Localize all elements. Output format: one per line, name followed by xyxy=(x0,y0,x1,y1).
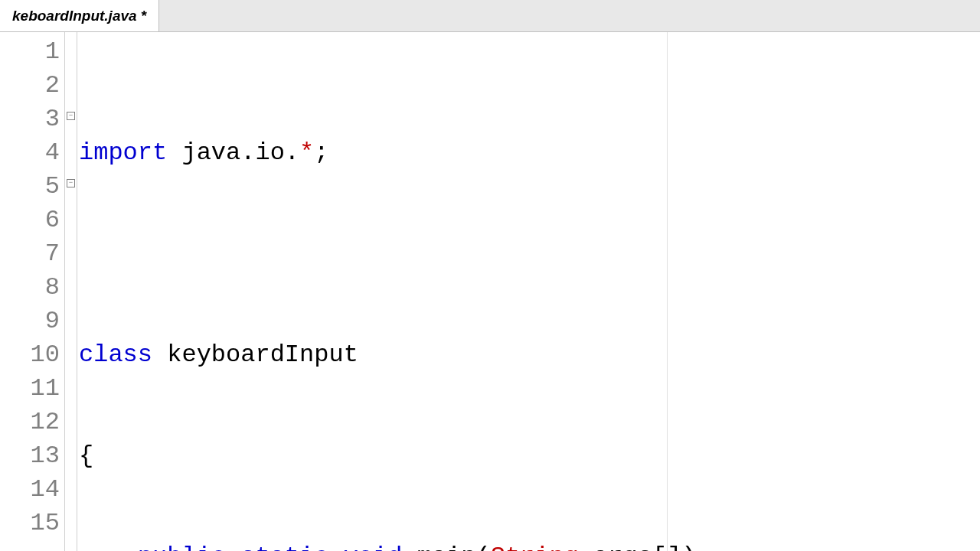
code-area[interactable]: import java.io.*; class keyboardInput { … xyxy=(77,32,980,551)
print-margin xyxy=(667,32,668,551)
editor-area: 1 2 3 4 5 6 7 8 9 10 11 12 13 14 15 − − … xyxy=(0,32,980,551)
line-number: 8 xyxy=(0,271,60,305)
fold-toggle-icon[interactable]: − xyxy=(67,112,75,120)
line-number: 11 xyxy=(0,372,60,406)
line-number: 2 xyxy=(0,69,60,103)
line-number: 9 xyxy=(0,305,60,338)
line-gutter: 1 2 3 4 5 6 7 8 9 10 11 12 13 14 15 xyxy=(0,32,65,551)
line-number: 12 xyxy=(0,406,60,439)
code-line[interactable]: public static void main(String args[]) xyxy=(79,540,980,551)
line-number: 10 xyxy=(0,338,60,372)
line-number: 14 xyxy=(0,473,60,507)
line-number: 1 xyxy=(0,35,60,69)
file-tab[interactable]: keboardInput.java * xyxy=(0,0,159,31)
line-number: 13 xyxy=(0,439,60,473)
code-line[interactable]: { xyxy=(79,439,980,473)
code-line[interactable] xyxy=(79,237,980,271)
line-number: 4 xyxy=(0,136,60,170)
code-line[interactable]: import java.io.*; xyxy=(79,136,980,170)
line-number: 5 xyxy=(0,170,60,204)
line-number: 15 xyxy=(0,507,60,540)
fold-toggle-icon[interactable]: − xyxy=(67,179,75,187)
line-number: 7 xyxy=(0,237,60,271)
fold-column: − − xyxy=(65,32,77,551)
line-number: 3 xyxy=(0,103,60,136)
line-number: 6 xyxy=(0,204,60,237)
code-line[interactable]: class keyboardInput xyxy=(79,338,980,372)
tab-bar: keboardInput.java * xyxy=(0,0,980,32)
